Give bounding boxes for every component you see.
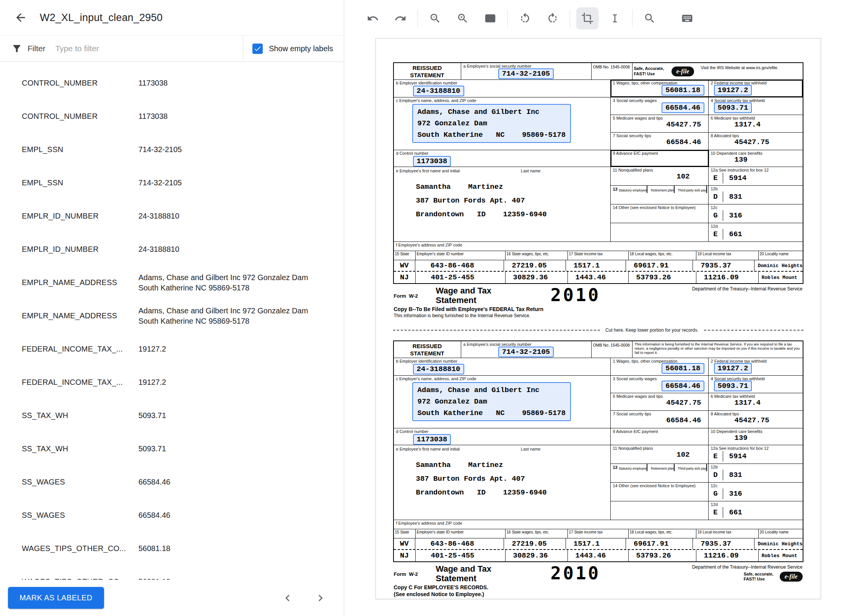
employer-state-id: 643-86-468 (415, 538, 504, 549)
list-item[interactable]: SS_WAGES 66584.46 (0, 499, 344, 532)
list-item[interactable]: EMPL_SSN 714-32-2105 (0, 133, 344, 166)
state-local-rows: WV 643-86-468 27219.05 1517.1 69617.91 7… (394, 538, 803, 561)
list-item[interactable]: EMPLR_ID_NUMBER 24-3188810 (0, 233, 344, 266)
federal-tax-annotation[interactable]: 19127.2 (714, 363, 752, 374)
crop-icon (581, 12, 593, 24)
w2-copy-c-container: REISSUED STATEMENT a Employee's social s… (393, 340, 803, 597)
ssn-annotation[interactable]: 714-32-2105 (498, 68, 554, 79)
copy-c-line2: (See enclosed Notice to Employee.) (394, 591, 803, 597)
dashed-line (393, 330, 600, 331)
statutory-employee-checkbox[interactable] (647, 464, 647, 471)
text-cursor-button[interactable] (604, 7, 626, 29)
list-item[interactable]: SS_TAX_WH 5093.71 (0, 399, 344, 432)
ss-wages-annotation[interactable]: 66584.46 (662, 381, 704, 391)
label-list[interactable]: CONTROL_NUMBER 1173038 CONTROL_NUMBER 11… (0, 62, 344, 580)
w2-form-box: REISSUED STATEMENT a Employee's social s… (393, 62, 803, 284)
w2-row-b: b Employer identification number 24-3188… (394, 80, 803, 97)
list-item[interactable]: EMPLR_NAME_ADDRESS Adams, Chase and Gilb… (0, 299, 344, 332)
list-item[interactable]: SS_WAGES 66584.46 (0, 465, 344, 499)
control-number-annotation[interactable]: 1173038 (413, 156, 451, 167)
box-d-control-number: d Control number 1173038 (394, 150, 611, 167)
previous-page-button[interactable] (281, 592, 294, 605)
ss-tax-annotation[interactable]: 5093.71 (714, 381, 752, 391)
field-label: SS_WAGES (22, 511, 135, 520)
copy-b-line2: This information is being furnished to t… (394, 313, 803, 318)
ein-annotation[interactable]: 24-3188810 (413, 364, 464, 374)
document-area[interactable]: REISSUED STATEMENT a Employee's social s… (344, 37, 852, 616)
ein-annotation[interactable]: 24-3188810 (413, 86, 464, 96)
field-label: EMPL_SSN (22, 145, 135, 154)
box-12d-label: 12d (709, 223, 803, 229)
third-party-sick-pay-checkbox[interactable] (706, 464, 707, 471)
wages-annotation[interactable]: 56081.18 (662, 85, 704, 96)
safe-accurate-text: Safe, accurate, FAST! Use (744, 572, 777, 582)
retirement-plan-checkbox[interactable] (674, 186, 675, 193)
col-17-state-income-tax: 17 State income tax (568, 529, 629, 538)
box-7-label: 7 Social security tips (611, 411, 708, 417)
box-1-2-group: 1 Wages, tips, other compensation 56081.… (611, 80, 803, 97)
show-empty-labels-checkbox[interactable] (252, 44, 263, 54)
list-item[interactable]: EMPLR_ID_NUMBER 24-3188810 (0, 199, 344, 233)
filter-input[interactable] (55, 44, 240, 53)
field-label: WAGES_TIPS_OTHER_CO... (22, 544, 135, 553)
undo-button[interactable] (362, 7, 384, 29)
reissued-line2: STATEMENT (394, 72, 461, 79)
rotate-right-button[interactable] (541, 7, 564, 29)
field-label: CONTROL_NUMBER (22, 112, 135, 121)
field-label: EMPLR_ID_NUMBER (22, 245, 135, 254)
control-number-annotation[interactable]: 1173038 (413, 434, 451, 445)
third-party-sick-pay-checkbox[interactable] (706, 186, 707, 193)
statutory-employee-checkbox[interactable] (647, 186, 647, 193)
redo-button[interactable] (389, 7, 411, 29)
field-label: SS_TAX_WH (22, 444, 135, 453)
keyboard-shortcuts-button[interactable] (676, 7, 698, 29)
list-item[interactable]: WAGES_TIPS_OTHER_CO... 56081.18 (0, 565, 344, 580)
box-2-federal-tax: 2 Federal income tax withheld 19127.2 (709, 358, 803, 375)
rotate-left-button[interactable] (514, 7, 536, 29)
list-item[interactable]: EMPL_SSN 714-32-2105 (0, 166, 344, 199)
wages-annotation[interactable]: 56081.18 (662, 363, 704, 374)
box-b-label: b Employer identification number (394, 80, 610, 86)
crop-tool-button[interactable] (576, 7, 598, 29)
box-10-label: 10 Dependent care benefits (709, 428, 803, 434)
box-a-label: a Employee's social security number (461, 63, 591, 69)
form-title: Wage and Tax Statement (436, 564, 501, 583)
retirement-plan-option: Retirement plan (648, 464, 678, 471)
list-item[interactable]: FEDERAL_INCOME_TAX_... 19127.2 (0, 332, 344, 366)
search-button[interactable] (639, 7, 661, 29)
next-page-button[interactable] (314, 592, 327, 605)
box-12a: 12a See instructions for box 12 E 5914 (709, 445, 803, 464)
list-item[interactable]: EMPLR_NAME_ADDRESS Adams, Chase and Gilb… (0, 266, 344, 299)
employer-annotation[interactable]: Adams, Chase and Gilbert Inc 972 Gonzale… (412, 104, 571, 143)
w2-row-d: d Control number 1173038 9 Advance EIC p… (394, 150, 803, 167)
mark-as-labeled-button[interactable]: MARK AS LABELED (8, 587, 104, 609)
list-item[interactable]: SS_TAX_WH 5093.71 (0, 432, 344, 465)
employer-annotation[interactable]: Adams, Chase and Gilbert Inc 972 Gonzale… (412, 382, 571, 421)
reissued-line2: STATEMENT (394, 350, 461, 357)
viewer-toolbar (344, 0, 852, 37)
state-row: NJ 401-25-455 30829.36 1443.46 53793.26 … (394, 272, 803, 283)
list-item[interactable]: WAGES_TIPS_OTHER_CO... 56081.18 (0, 532, 344, 565)
list-item[interactable]: CONTROL_NUMBER 1173038 (0, 100, 344, 133)
box-d-control-number: d Control number 1173038 (394, 428, 611, 445)
list-item[interactable]: FEDERAL_INCOME_TAX_... 19127.2 (0, 366, 344, 399)
zoom-in-button[interactable] (452, 7, 474, 29)
list-item[interactable]: CONTROL_NUMBER 1173038 (0, 66, 344, 100)
ss-wages-annotation[interactable]: 66584.46 (662, 102, 704, 113)
box-e-employee: e Employee's first name and initial Last… (394, 167, 611, 242)
form-title: Wage and Tax Statement (436, 286, 501, 305)
box-b-ein: b Employer identification number 24-3188… (394, 80, 611, 97)
ss-tax-annotation[interactable]: 5093.71 (714, 102, 752, 113)
federal-tax-annotation[interactable]: 19127.2 (714, 85, 752, 96)
locality-name: Robles Mount (759, 272, 803, 283)
zoom-out-button[interactable] (424, 7, 446, 29)
state-wages: 30829.36 (506, 550, 568, 561)
department-text: Department of the Treasury--Internal Rev… (692, 286, 803, 292)
box-13-checkboxes: 13 Statutory employee Retirement plan (611, 464, 709, 482)
ocr-region-button[interactable] (479, 7, 501, 29)
w2-form: REISSUED STATEMENT a Employee's social s… (393, 340, 803, 597)
ssn-annotation[interactable]: 714-32-2105 (498, 347, 554, 357)
box-3-8-group: 3 Social security wages 66584.46 4 Socia… (611, 376, 803, 428)
retirement-plan-checkbox[interactable] (674, 464, 675, 471)
back-button[interactable] (11, 8, 30, 27)
